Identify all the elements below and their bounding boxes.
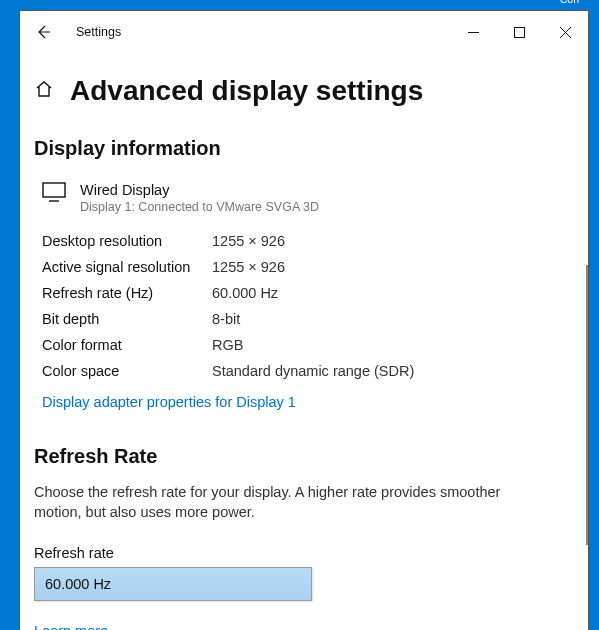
prop-label: Color format [42,332,212,358]
minimize-button[interactable] [450,16,496,48]
svg-rect-0 [514,27,524,37]
table-row: Refresh rate (Hz)60.000 Hz [42,280,572,306]
external-fragment: Con [560,0,579,5]
arrow-left-icon [35,24,51,40]
prop-label: Active signal resolution [42,254,212,280]
prop-label: Refresh rate (Hz) [42,280,212,306]
close-button[interactable] [542,16,588,48]
adapter-properties-link[interactable]: Display adapter properties for Display 1 [34,394,296,410]
settings-window: Settings Advanced display settings Displ… [19,10,589,630]
learn-more-link[interactable]: Learn more [34,623,108,630]
refresh-rate-heading: Refresh Rate [34,445,572,468]
home-icon [34,79,54,99]
page-title: Advanced display settings [70,75,423,107]
prop-value: RGB [212,332,572,358]
table-row: Desktop resolution1255 × 926 [42,228,572,254]
page-header: Advanced display settings [34,75,572,107]
refresh-rate-label: Refresh rate [34,545,572,561]
prop-value: 60.000 Hz [212,280,572,306]
display-info-heading: Display information [34,137,572,160]
back-button[interactable] [20,24,66,40]
scrollbar[interactable] [586,265,588,545]
refresh-rate-description: Choose the refresh rate for your display… [34,482,504,523]
prop-label: Color space [42,358,212,384]
display-block: Wired Display Display 1: Connected to VM… [34,182,572,214]
window-controls [450,16,588,48]
properties-table: Desktop resolution1255 × 926 Active sign… [34,228,572,384]
prop-value: 1255 × 926 [212,228,572,254]
refresh-rate-dropdown[interactable]: 60.000 Hz [34,567,312,601]
display-subtitle: Display 1: Connected to VMware SVGA 3D [80,200,319,214]
maximize-button[interactable] [496,16,542,48]
prop-label: Desktop resolution [42,228,212,254]
table-row: Color formatRGB [42,332,572,358]
dropdown-value: 60.000 Hz [45,576,111,592]
prop-label: Bit depth [42,306,212,332]
prop-value: 1255 × 926 [212,254,572,280]
content-area: Advanced display settings Display inform… [20,75,588,630]
prop-value: 8-bit [212,306,572,332]
prop-value: Standard dynamic range (SDR) [212,358,572,384]
table-row: Bit depth8-bit [42,306,572,332]
home-button[interactable] [34,79,54,103]
display-name: Wired Display [80,182,319,198]
titlebar: Settings [20,11,588,53]
monitor-icon [42,182,66,206]
maximize-icon [514,27,525,38]
close-icon [560,27,571,38]
svg-rect-1 [43,183,65,197]
window-title: Settings [66,25,450,39]
minimize-icon [468,27,479,38]
table-row: Active signal resolution1255 × 926 [42,254,572,280]
table-row: Color spaceStandard dynamic range (SDR) [42,358,572,384]
